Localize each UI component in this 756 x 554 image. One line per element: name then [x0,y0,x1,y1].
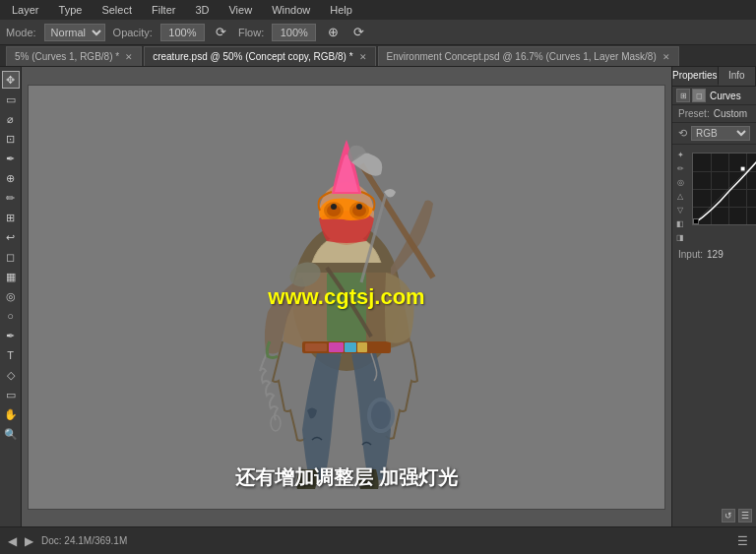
tab-creature-label: creature.psd @ 50% (Concept copy, RGB/8)… [153,51,352,62]
mode-select[interactable]: Normal [44,24,105,41]
tabs-bar: 5% (Curves 1, RGB/8) * ✕ creature.psd @ … [0,45,756,67]
tool-pen[interactable]: ✒ [2,327,20,344]
tab-environment-label: Environment Concept.psd @ 16.7% (Curves … [387,51,657,62]
curves-graph[interactable] [692,153,756,225]
tool-path[interactable]: ◇ [2,366,20,384]
svg-line-20 [693,154,756,224]
status-doc-info: Doc: 24.1M/369.1M [41,535,127,546]
menu-select[interactable]: Select [97,4,136,16]
flow-label: Flow: [238,27,264,38]
tool-blur[interactable]: ◎ [2,287,20,305]
menu-type[interactable]: Type [55,4,87,16]
svg-rect-3 [305,343,327,351]
tool-zoom[interactable]: 🔍 [2,425,20,443]
preset-row: Preset: Custom [672,105,756,123]
toolbar: Mode: Normal Opacity: ⟳ Flow: ⊕ ⟳ [0,20,756,45]
tool-eraser[interactable]: ◻ [2,248,20,266]
channel-icon: ⟲ [678,127,687,140]
curves-side-tools: ✦ ✏ ◎ △ ▽ ◧ ◨ [672,145,756,247]
mode-label: Mode: [6,27,36,38]
menu-help[interactable]: Help [326,4,356,16]
tab-curves[interactable]: 5% (Curves 1, RGB/8) * ✕ [6,46,142,66]
tool-select[interactable]: ▭ [2,91,20,108]
opacity-input[interactable] [160,24,205,41]
curve-tool-draw[interactable]: ✏ [674,162,686,174]
panel-reset-btn[interactable]: ↺ [722,509,735,523]
tab-environment[interactable]: Environment Concept.psd @ 16.7% (Curves … [378,46,679,66]
tool-hand[interactable]: ✋ [2,405,20,423]
menu-window[interactable]: Window [268,4,314,16]
tab-creature-close[interactable]: ✕ [359,52,367,62]
tool-shape[interactable]: ▭ [2,386,20,403]
panel-bottom-icons: ↺ ☰ [722,509,752,523]
tool-lasso[interactable]: ⌀ [2,110,20,128]
status-arrow-left[interactable]: ◀ [8,534,17,548]
preset-label: Preset: [678,108,710,119]
opacity-icon[interactable]: ⟳ [213,24,230,41]
tool-stamp[interactable]: ⊞ [2,209,20,226]
preset-value: Custom [714,108,747,119]
panel-tabs: Properties Info [672,67,756,87]
tab-curves-close[interactable]: ✕ [125,52,133,62]
svg-point-16 [356,204,362,210]
input-label: Input: [678,249,703,260]
tool-history[interactable]: ↩ [2,228,20,246]
tool-text[interactable]: T [2,346,20,364]
curve-tool-sample1[interactable]: ◧ [674,217,686,229]
tool-crop[interactable]: ⊡ [2,130,20,148]
curve-tool-bright[interactable]: △ [674,190,686,202]
curves-svg [693,154,756,224]
flow-icon[interactable]: ⊕ [324,24,342,41]
tab-creature[interactable]: creature.psd @ 50% (Concept copy, RGB/8)… [144,46,375,66]
tool-dodge[interactable]: ○ [2,307,20,325]
curve-tool-point[interactable]: ✦ [674,149,686,160]
menu-bar: Layer Type Select Filter 3D View Window … [0,0,756,20]
menu-filter[interactable]: Filter [148,4,179,16]
subtitle-text: 还有增加调整层 加强灯光 [29,464,664,491]
svg-rect-4 [329,342,344,352]
status-bar: ◀ ▶ Doc: 24.1M/369.1M ☰ [0,526,756,554]
panel-icon-mask[interactable]: ◻ [692,89,706,102]
tool-heal[interactable]: ⊕ [2,169,20,187]
curve-tool-sample2[interactable]: ◨ [674,231,686,243]
black-point[interactable] [693,218,699,224]
panel-tab-properties[interactable]: Properties [672,67,719,86]
tool-move[interactable]: ✥ [2,71,20,89]
channel-row: ⟲ RGB Red Green Blue [672,123,756,145]
menu-layer[interactable]: Layer [8,4,43,16]
channel-select[interactable]: RGB Red Green Blue [691,126,750,141]
watermark: www.cgtsj.com [268,284,424,310]
panel-icons-row: ⊞ ◻ Curves [672,87,756,105]
svg-rect-5 [345,342,356,352]
flow-input[interactable] [272,24,316,41]
tools-panel: ✥ ▭ ⌀ ⊡ ✒ ⊕ ✏ ⊞ ↩ ◻ ▦ ◎ ○ ✒ T ◇ ▭ ✋ 🔍 [0,67,22,526]
tab-curves-label: 5% (Curves 1, RGB/8) * [15,51,119,62]
curves-panel-title: Curves [708,89,752,102]
canvas-background: www.cgtsj.com 还有增加调整层 加强灯光 [28,85,665,510]
tool-eyedropper[interactable]: ✒ [2,150,20,167]
svg-point-15 [331,204,337,210]
status-arrow-right[interactable]: ▶ [25,534,33,548]
svg-rect-21 [741,167,745,171]
menu-3d[interactable]: 3D [191,4,213,16]
panel-tab-info[interactable]: Info [719,67,756,86]
tool-gradient[interactable]: ▦ [2,268,20,285]
right-panel: Properties Info ⊞ ◻ Curves Preset: Custo… [671,67,756,526]
input-value: 129 [707,249,724,260]
svg-point-8 [371,401,391,429]
svg-rect-6 [357,342,367,352]
opacity-label: Opacity: [113,27,153,38]
curves-container [688,149,756,243]
curve-tool-target[interactable]: ◎ [674,176,686,188]
menu-view[interactable]: View [224,4,256,16]
curve-tool-dark[interactable]: ▽ [674,204,686,215]
tab-environment-close[interactable]: ✕ [662,52,670,62]
panel-icon-adjust[interactable]: ⊞ [676,89,690,102]
panel-menu-btn[interactable]: ☰ [738,509,752,523]
input-row: Input: 129 [672,247,756,262]
curve-tools-left: ✦ ✏ ◎ △ ▽ ◧ ◨ [674,149,686,243]
status-layers-icon[interactable]: ☰ [737,534,748,548]
tool-brush[interactable]: ✏ [2,189,20,207]
brush-icon[interactable]: ⟳ [349,24,367,41]
canvas-area: www.cgtsj.com 还有增加调整层 加强灯光 [22,67,671,526]
